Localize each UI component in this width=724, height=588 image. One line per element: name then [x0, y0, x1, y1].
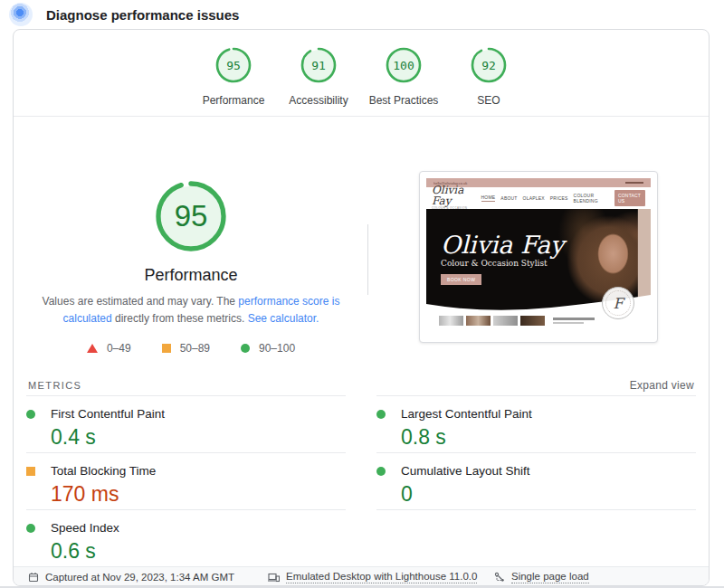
legend-average: 50–89 [162, 342, 210, 355]
gauge-score: 92 [471, 47, 507, 83]
gallery-thumb [466, 316, 491, 326]
description-text: Values are estimated and may vary. The [43, 295, 239, 308]
devices-icon [268, 572, 280, 583]
preview-topbar: hello@oliviafay.co.uk [426, 178, 651, 187]
capture-time: Captured at Nov 29, 2023, 1:34 AM GMT [28, 572, 268, 583]
preview-nav-contact: CONTACT US [614, 190, 645, 206]
metric-value: 0.6 s [51, 539, 346, 564]
preview-phone [625, 182, 643, 184]
gauge-score: 91 [300, 47, 337, 83]
legend-good: 90–100 [241, 342, 295, 355]
calendar-icon [28, 572, 39, 583]
preview-nav-prices: PRICES [550, 195, 568, 201]
gauge-accessibility[interactable]: 91 Accessibility [281, 47, 357, 116]
performance-main-score: 95 [155, 180, 227, 252]
legend-range: 90–100 [259, 342, 295, 355]
gallery-thumb [439, 316, 463, 326]
final-screenshot-thumbnail[interactable]: hello@oliviafay.co.uk Olivia FayCOLOUR &… [419, 171, 658, 343]
metric-name: Cumulative Layout Shift [401, 464, 530, 478]
gauge-label: Best Practices [369, 94, 439, 107]
metric-speed-index: Speed Index 0.6 s [26, 509, 346, 566]
legend-range: 0–49 [107, 342, 131, 355]
metric-name: First Contentful Paint [51, 407, 165, 421]
performance-score-panel: 95 Performance Values are estimated and … [14, 117, 368, 372]
diagnose-pulse-icon [9, 3, 33, 26]
preview-gallery-strip [439, 316, 595, 326]
gauge-best-practices[interactable]: 100 Best Practices [366, 47, 442, 116]
capture-time-text: Captured at Nov 29, 2023, 1:34 AM GMT [45, 572, 234, 583]
expand-view-button[interactable]: Expand view [630, 379, 694, 392]
metric-largest-contentful-paint: Largest Contentful Paint 0.8 s [376, 395, 696, 452]
description-text: directly from these metrics. [112, 312, 248, 325]
preview-nav-home: HOME [481, 194, 496, 202]
gauge-label: Performance [203, 94, 265, 107]
gallery-caption-bars [553, 318, 595, 324]
good-circle-icon [241, 344, 250, 353]
metric-status-icon [26, 410, 35, 419]
site-preview: hello@oliviafay.co.uk Olivia FayCOLOUR &… [426, 178, 651, 336]
lighthouse-report-card: 95 Performance 91 Accessibility 100 Best… [13, 29, 710, 586]
performance-main-gauge: 95 [155, 180, 227, 252]
metric-value: 0.4 s [51, 425, 346, 450]
metric-name: Total Blocking Time [51, 464, 156, 478]
load-type-info: Single page load [494, 571, 589, 583]
metric-value: 170 ms [51, 482, 346, 507]
preview-nav-colour-blending: COLOUR BLENDING [574, 193, 609, 204]
preview-logo: Olivia FayCOLOUR & OCCASION STYLIST [432, 185, 481, 213]
preview-nav-about: ABOUT [500, 195, 517, 201]
preview-nav-items: HOME ABOUT OLAPLEX PRICES COLOUR BLENDIN… [481, 190, 645, 206]
preview-navbar: Olivia FayCOLOUR & OCCASION STYLIST HOME… [426, 187, 651, 209]
emulation-info-text[interactable]: Emulated Desktop with Lighthouse 11.0.0 [286, 571, 477, 583]
gauge-performance[interactable]: 95 Performance [195, 47, 272, 116]
preview-hero-text: Olivia Fay Colour & Occasion Stylist BOO… [441, 232, 564, 285]
see-calculator-link[interactable]: See calculator. [248, 312, 319, 325]
metric-value: 0 [401, 482, 696, 507]
category-gauges-row: 95 Performance 91 Accessibility 100 Best… [14, 30, 709, 116]
metric-status-icon [26, 524, 35, 533]
preview-hero-title: Olivia Fay [441, 232, 564, 257]
load-type-text[interactable]: Single page load [511, 571, 589, 583]
gallery-thumb [520, 316, 545, 326]
metric-total-blocking-time: Total Blocking Time 170 ms [26, 452, 346, 509]
metric-first-contentful-paint: First Contentful Paint 0.4 s [26, 395, 346, 452]
gauge-seo[interactable]: 92 SEO [451, 47, 527, 116]
performance-summary-row: 95 Performance Values are estimated and … [14, 117, 709, 372]
metric-status-icon [26, 467, 35, 476]
gauge-score: 95 [215, 47, 252, 83]
page-header: Diagnose performance issues [9, 3, 239, 26]
gauge-label: SEO [477, 94, 500, 107]
single-page-load-icon [494, 572, 505, 583]
preview-stamp-badge: F [602, 287, 634, 319]
gauge-label: Accessibility [289, 94, 348, 107]
fail-triangle-icon [87, 344, 98, 353]
gauge-score: 100 [386, 47, 422, 83]
metrics-section-label: METRICS [28, 380, 81, 391]
preview-hero-subtitle: Colour & Occasion Stylist [441, 259, 564, 268]
preview-nav-olaplex: OLAPLEX [523, 195, 545, 201]
gallery-thumb [493, 316, 518, 326]
metric-status-icon [376, 467, 386, 476]
preview-badge-letter: F [613, 295, 623, 312]
metric-name: Speed Index [51, 521, 119, 535]
average-square-icon [162, 344, 171, 353]
report-footer: Captured at Nov 29, 2023, 1:34 AM GMT Em… [14, 566, 709, 586]
preview-email: hello@oliviafay.co.uk [433, 179, 467, 186]
metric-value: 0.8 s [401, 425, 696, 450]
score-legend: 0–49 50–89 90–100 [87, 342, 295, 355]
metric-name: Largest Contentful Paint [401, 407, 532, 421]
metrics-header: METRICS Expand view [14, 372, 709, 395]
metric-status-icon [376, 410, 386, 419]
legend-fail: 0–49 [87, 342, 131, 355]
legend-range: 50–89 [180, 342, 210, 355]
screenshot-panel: hello@oliviafay.co.uk Olivia FayCOLOUR &… [368, 117, 709, 372]
metric-empty-cell [376, 509, 696, 566]
page-title: Diagnose performance issues [46, 7, 239, 23]
metrics-grid: First Contentful Paint 0.4 s Largest Con… [14, 395, 709, 566]
performance-title: Performance [144, 266, 237, 285]
preview-book-now-button: BOOK NOW [441, 274, 481, 285]
performance-description: Values are estimated and may vary. The p… [35, 293, 347, 327]
vertical-divider [367, 224, 368, 295]
metric-cumulative-layout-shift: Cumulative Layout Shift 0 [376, 452, 696, 509]
emulation-info: Emulated Desktop with Lighthouse 11.0.0 [268, 571, 494, 583]
